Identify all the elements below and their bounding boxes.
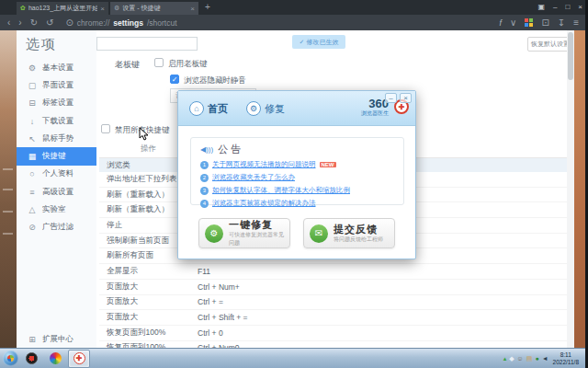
download-icon: ↓ — [28, 117, 37, 126]
sidebar-item-label: 个人资料 — [42, 168, 74, 179]
sidebar-item-extensions[interactable]: ⊞ 扩展中心 — [17, 334, 96, 345]
announcement-link-text[interactable]: 浏览器收藏夹丢失了怎么办 — [212, 173, 295, 182]
screenshot-icon[interactable]: ⊡ — [541, 16, 548, 30]
extension-icon[interactable]: f — [500, 18, 503, 28]
taskbar-app-browser[interactable] — [44, 350, 66, 368]
sidebar-item-mouse-gesture[interactable]: ↖鼠标手势 — [17, 130, 96, 147]
announcement-link-text[interactable]: 如何恢复默认字体、调整字体大小和缩放比例 — [212, 186, 350, 195]
announcement-link[interactable]: 2 浏览器收藏夹丢失了怎么办 — [200, 173, 394, 182]
sidebar-item-label: 下载设置 — [42, 116, 74, 127]
sidebar-item-tabs[interactable]: ⊟标签设置 — [17, 95, 96, 112]
disable-all-shortcuts-checkbox[interactable] — [101, 124, 110, 133]
navigation-bar: ‹ › ↻ ↺ ⊙ chrome://settings/shortcut f ∨… — [0, 15, 588, 30]
table-row[interactable]: 页面放大Ctrl + Num+ — [99, 280, 568, 295]
enable-boss-key-checkbox[interactable] — [154, 58, 164, 67]
tab-preview-icon[interactable]: ▣ — [537, 2, 545, 13]
tray-icon[interactable]: ▴ — [503, 355, 507, 362]
dialog-close-button[interactable]: × — [400, 93, 412, 103]
tray-icon[interactable]: ◆ — [509, 355, 514, 362]
announcement-link[interactable]: 3 如何恢复默认字体、调整字体大小和缩放比例 — [200, 186, 394, 195]
mouse-cursor — [139, 127, 150, 142]
enable-boss-key-label: 启用老板键 — [168, 59, 208, 70]
sidebar-item-interface[interactable]: ▢界面设置 — [17, 76, 96, 94]
sidebar: 选项 ⚙基本设置 ▢界面设置 ⊟标签设置 ↓下载设置 ↖鼠标手势 ▦快捷键 ○个… — [17, 30, 96, 348]
action-name: 全屏显示 — [99, 266, 198, 277]
taskbar-clock[interactable]: 8:11 2022/11/8 — [553, 351, 579, 365]
cursor-icon: ↖ — [28, 134, 37, 144]
shortcut-value[interactable]: Ctrl + 0 — [198, 328, 223, 338]
scrollbar-thumb[interactable] — [568, 32, 573, 80]
tab-close-icon[interactable]: × — [190, 5, 195, 13]
tab-settings[interactable]: ⚙ 设置 - 快捷键 × — [110, 2, 198, 15]
sidebar-item-advanced[interactable]: ≡高级设置 — [17, 183, 96, 201]
tab-close-icon[interactable]: × — [100, 5, 105, 13]
site-info-icon[interactable]: ⊙ — [65, 16, 73, 30]
chevron-down-icon[interactable]: ∨ — [510, 16, 516, 30]
settings-search-input[interactable] — [96, 37, 198, 51]
table-row[interactable]: 恢复页面到100%Ctrl + Num0 — [99, 341, 568, 348]
action-name: 页面放大 — [99, 312, 198, 323]
tab-hao123[interactable]: ✿ hao123_上网从这里开始 × — [17, 2, 108, 15]
page-scrollbar[interactable] — [567, 30, 574, 348]
sidebar-item-adblock[interactable]: ⊘广告过滤 — [17, 219, 96, 236]
taskbar-app-recorder[interactable] — [20, 350, 42, 368]
maximize-button[interactable]: □ — [565, 2, 570, 13]
settings-favicon-icon: ⚙ — [114, 5, 119, 12]
keyboard-icon: ▦ — [28, 152, 37, 161]
table-row[interactable]: 页面放大Ctrl + Shift + = — [99, 310, 568, 326]
close-button[interactable]: × — [578, 2, 582, 13]
boss-key-label: 老板键 — [115, 59, 140, 71]
tray-icon[interactable]: ▤ — [526, 355, 533, 362]
sliders-icon: ≡ — [28, 188, 37, 197]
tray-icon[interactable]: ● — [535, 355, 538, 362]
tray-icon[interactable]: ☺ — [517, 355, 524, 362]
dialog-minimize-button[interactable]: – — [385, 93, 397, 103]
forward-button[interactable]: › — [18, 16, 21, 30]
back-button[interactable]: ‹ — [7, 16, 10, 30]
action-name: 页面放大 — [99, 282, 198, 293]
taskbar: ✚ ▴ ◆ ☺ ▤ ● ◄ 8:11 2022/11/8 — [0, 348, 588, 368]
sidebar-item-shortcuts[interactable]: ▦快捷键 — [17, 147, 96, 165]
restore-session-button[interactable]: ↺ — [46, 16, 53, 30]
table-row[interactable]: 页面放大Ctrl + = — [99, 295, 568, 311]
one-click-repair-button[interactable]: ⚙ 一键修复 可快速修复浏览器常见问题 — [198, 218, 290, 248]
shortcut-value[interactable]: F11 — [198, 267, 210, 276]
address-bar[interactable]: ⊙ chrome://settings/shortcut — [65, 16, 176, 30]
sidebar-item-download[interactable]: ↓下载设置 — [17, 112, 96, 130]
dialog-tab-repair[interactable]: ⚙ 修复 — [246, 101, 285, 116]
announcement-link[interactable]: 4 浏览器主页被篡改锁定的解决办法 — [200, 199, 394, 208]
shortcut-value[interactable]: Ctrl + Shift + = — [198, 313, 248, 322]
apps-grid-icon[interactable] — [525, 18, 533, 27]
url-host: settings — [113, 18, 143, 28]
mute-when-hidden-checkbox[interactable]: ✓ — [170, 75, 179, 84]
feedback-button-title: 提交反馈 — [334, 224, 383, 236]
sidebar-item-lab[interactable]: △实验室 — [17, 201, 96, 218]
new-tab-button[interactable]: + — [205, 2, 210, 12]
submit-feedback-button[interactable]: ✉ 提交反馈 将问题反馈给工程师 — [303, 218, 395, 248]
shortcut-value[interactable]: Ctrl + Num+ — [198, 282, 240, 292]
start-button[interactable] — [3, 351, 18, 366]
table-row[interactable]: 全屏显示F11 — [99, 264, 568, 280]
minimize-button[interactable]: – — [553, 2, 557, 13]
taskbar-app-doctor[interactable]: ✚ — [68, 350, 90, 368]
shortcut-value[interactable]: Ctrl + = — [198, 297, 223, 306]
red-cross-icon: ✚ — [74, 352, 85, 364]
menu-icon[interactable]: ≡ — [573, 16, 579, 30]
tab-bar: ✿ hao123_上网从这里开始 × ⚙ 设置 - 快捷键 × + ▣ – □ … — [0, 0, 588, 15]
sidebar-item-basic[interactable]: ⚙基本设置 — [17, 59, 96, 76]
dialog-tabs: ⌂ 首页 ⚙ 修复 — [189, 101, 285, 116]
announcement-link-text[interactable]: 关于网页视频无法播放的问题说明 — [212, 160, 316, 169]
refresh-button[interactable]: ↻ — [30, 16, 38, 30]
tray-icon[interactable]: ◄ — [542, 355, 548, 362]
new-badge: NEW — [320, 162, 336, 167]
screen: ✿ hao123_上网从这里开始 × ⚙ 设置 - 快捷键 × + ▣ – □ … — [0, 0, 588, 368]
sidebar-item-profile[interactable]: ○个人资料 — [17, 166, 96, 183]
download-icon[interactable]: ↧ — [558, 16, 565, 30]
tab-title: hao123_上网从这里开始 — [28, 4, 97, 13]
announcement-link[interactable]: 1 关于网页视频无法播放的问题说明 NEW — [200, 160, 394, 169]
speaker-icon: ◀))) — [200, 145, 213, 154]
dialog-tab-home[interactable]: ⌂ 首页 — [189, 101, 228, 116]
table-row[interactable]: 恢复页面到100%Ctrl + 0 — [99, 326, 568, 341]
announcement-link-text[interactable]: 浏览器主页被篡改锁定的解决办法 — [212, 199, 316, 208]
number-badge: 2 — [200, 174, 209, 182]
